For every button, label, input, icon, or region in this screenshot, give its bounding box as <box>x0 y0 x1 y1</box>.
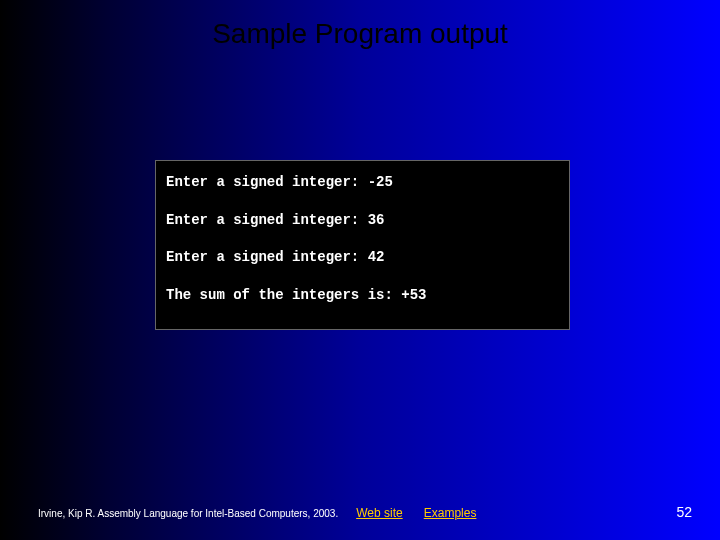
console-output-box: Enter a signed integer: -25 Enter a sign… <box>155 160 570 330</box>
footer: Irvine, Kip R. Assembly Language for Int… <box>0 504 720 520</box>
console-line: Enter a signed integer: -25 <box>166 173 559 193</box>
website-link[interactable]: Web site <box>356 506 402 520</box>
citation-text: Irvine, Kip R. Assembly Language for Int… <box>38 508 338 519</box>
console-line: Enter a signed integer: 36 <box>166 211 559 231</box>
console-line: Enter a signed integer: 42 <box>166 248 559 268</box>
slide-title: Sample Program output <box>0 0 720 50</box>
footer-links: Web site Examples <box>356 506 494 520</box>
page-number: 52 <box>676 504 692 520</box>
examples-link[interactable]: Examples <box>424 506 477 520</box>
console-line: The sum of the integers is: +53 <box>166 286 559 306</box>
